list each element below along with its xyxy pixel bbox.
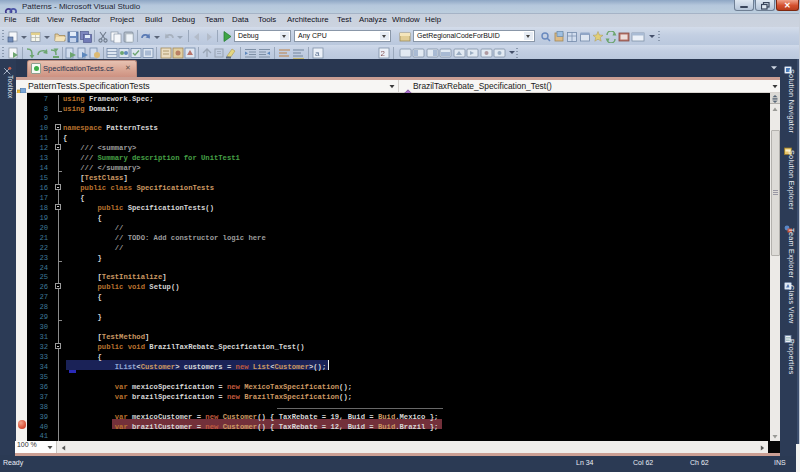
svg-text:a: a <box>315 49 320 58</box>
svg-text:2: 2 <box>381 49 386 58</box>
